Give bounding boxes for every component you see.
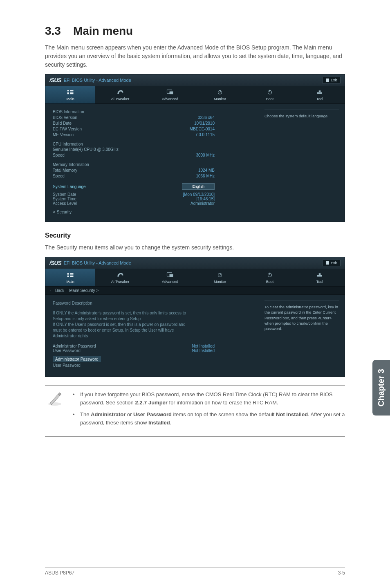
bios-security-content: Password Description If ONLY the Adminis… xyxy=(45,295,259,377)
svg-rect-4 xyxy=(70,92,73,92)
tab-tool-label: Tool xyxy=(316,97,323,101)
info-row: EC F/W VersionMBECE-0014 xyxy=(53,126,251,132)
password-desc-heading: Password Description xyxy=(53,301,251,306)
asus-logo: /SUS xyxy=(49,260,61,266)
tab-monitor[interactable]: Monitor xyxy=(195,86,245,103)
info-row: Build Date10/01/2010 xyxy=(53,121,251,126)
tab-boot[interactable]: Boot xyxy=(245,86,295,103)
user-pwd-status: User PasswordNot Installed xyxy=(53,348,251,353)
tab-boot[interactable]: Boot xyxy=(245,269,295,286)
bios-main-content: BIOS Information BIOS Version0236 x64 Bu… xyxy=(45,104,259,222)
svg-rect-21 xyxy=(170,274,173,277)
bios-help-pane: To clear the administrator password, key… xyxy=(259,295,345,377)
info-row: BIOS Version0236 x64 xyxy=(53,115,251,121)
arrow-left-icon: ← xyxy=(49,288,54,293)
tab-ai-tweaker[interactable]: Ai Tweaker xyxy=(95,86,145,103)
access-level-row: Access LevelAdministrator xyxy=(53,201,251,206)
note-item: The Administrator or User Password items… xyxy=(73,411,345,426)
svg-rect-9 xyxy=(220,92,220,93)
admin-pwd-status: Administrator PasswordNot Installed xyxy=(53,344,251,348)
exit-icon xyxy=(326,261,329,265)
note-list: If you have forgotten your BIOS password… xyxy=(73,391,345,431)
asus-logo: /SUS xyxy=(49,77,61,83)
chapter-tab: Chapter 3 xyxy=(372,360,390,415)
svg-rect-2 xyxy=(67,93,69,94)
exit-button[interactable]: Exit xyxy=(322,260,341,266)
bios-info-heading: BIOS Information xyxy=(53,110,251,114)
exit-label: Exit xyxy=(331,78,337,82)
note-item: If you have forgotten your BIOS password… xyxy=(73,391,345,406)
security-heading: Security xyxy=(45,232,345,239)
tab-monitor-label: Monitor xyxy=(214,97,226,101)
svg-rect-23 xyxy=(220,275,220,276)
system-language-row[interactable]: System Language English xyxy=(53,183,251,190)
back-label: Back xyxy=(55,288,64,293)
mem-info-heading: Memory Information xyxy=(53,162,251,167)
security-intro: The Security menu items allow you to cha… xyxy=(45,243,345,252)
breadcrumb: ← Back Main\ Security > xyxy=(45,287,345,295)
bios-tab-row: Main Ai Tweaker Advanced Monitor Boot To… xyxy=(45,86,345,104)
tab-main[interactable]: Main xyxy=(45,86,95,103)
info-row: Speed1066 MHz xyxy=(53,173,251,179)
svg-rect-14 xyxy=(67,273,69,274)
tab-tool[interactable]: Tool xyxy=(295,86,345,103)
svg-rect-1 xyxy=(67,92,69,92)
info-row: Speed3000 MHz xyxy=(53,153,251,158)
svg-rect-19 xyxy=(70,276,73,277)
bios-titlebar: /SUS EFI BIOS Utility - Advanced Mode Ex… xyxy=(45,74,345,86)
svg-rect-7 xyxy=(170,92,173,94)
svg-rect-0 xyxy=(67,90,69,91)
svg-rect-12 xyxy=(317,92,322,94)
help-text: To clear the administrator password, key… xyxy=(264,304,339,331)
bios-main-window: /SUS EFI BIOS Utility - Advanced Mode Ex… xyxy=(45,74,345,222)
breadcrumb-path: Main\ Security > xyxy=(69,288,99,293)
system-language-label: System Language xyxy=(53,184,86,189)
tab-advanced[interactable]: Advanced xyxy=(145,269,195,286)
svg-rect-11 xyxy=(269,90,270,92)
bios-security-window: /SUS EFI BIOS Utility - Advanced Mode Ex… xyxy=(45,257,345,377)
security-submenu[interactable]: >Security xyxy=(53,210,251,214)
section-heading: 3.3Main menu xyxy=(45,25,345,38)
svg-rect-5 xyxy=(70,93,73,94)
tab-advanced-label: Advanced xyxy=(162,97,178,101)
exit-label: Exit xyxy=(331,261,337,265)
info-row: Total Memory1024 MB xyxy=(53,168,251,173)
info-row: ME Version7.0.0.1115 xyxy=(53,132,251,138)
exit-button[interactable]: Exit xyxy=(322,77,341,83)
help-text: Choose the system default language xyxy=(264,113,339,119)
admin-password-item[interactable]: Administrator Password xyxy=(53,356,101,362)
svg-rect-25 xyxy=(269,273,270,275)
tab-monitor[interactable]: Monitor xyxy=(195,269,245,286)
system-date-row[interactable]: System Date[Mon 09/13/2010] xyxy=(53,192,251,197)
tab-advanced[interactable]: Advanced xyxy=(145,86,195,103)
cpu-info-heading: CPU Information xyxy=(53,142,251,146)
svg-rect-16 xyxy=(67,276,69,277)
bios-help-pane: Choose the system default language xyxy=(259,104,345,222)
svg-rect-27 xyxy=(319,273,321,275)
tab-tool[interactable]: Tool xyxy=(295,269,345,286)
cpu-name: Genuine Intel(R) CPU 0 @ 3.00GHz xyxy=(53,147,251,152)
system-time-row[interactable]: System Time[16:46:15] xyxy=(53,197,251,201)
user-password-item[interactable]: User Password xyxy=(53,363,251,368)
system-language-value: English xyxy=(182,183,215,190)
security-label: Security xyxy=(57,210,72,214)
exit-icon xyxy=(326,79,329,82)
svg-rect-26 xyxy=(317,275,322,277)
back-button[interactable]: ← Back xyxy=(49,288,64,293)
note-box: If you have forgotten your BIOS password… xyxy=(45,385,345,437)
tab-main-label: Main xyxy=(66,97,74,101)
tab-ai-tweaker[interactable]: Ai Tweaker xyxy=(95,269,145,286)
intro-paragraph: The Main menu screen appears when you en… xyxy=(45,43,345,69)
tab-main[interactable]: Main xyxy=(45,269,95,286)
section-title-text: Main menu xyxy=(73,25,133,37)
chevron-right-icon: > xyxy=(53,210,55,214)
bios-titlebar: /SUS EFI BIOS Utility - Advanced Mode Ex… xyxy=(45,257,345,269)
tab-ai-label: Ai Tweaker xyxy=(111,97,129,101)
page-footer: ASUS P8P67 3-5 xyxy=(45,567,345,576)
tab-boot-label: Boot xyxy=(266,97,274,101)
svg-rect-3 xyxy=(70,90,73,91)
password-desc-body: If ONLY the Administrator's password is … xyxy=(53,310,188,339)
svg-rect-15 xyxy=(67,274,69,275)
svg-rect-13 xyxy=(319,90,321,92)
bios-title: EFI BIOS Utility - Advanced Mode xyxy=(64,260,131,265)
